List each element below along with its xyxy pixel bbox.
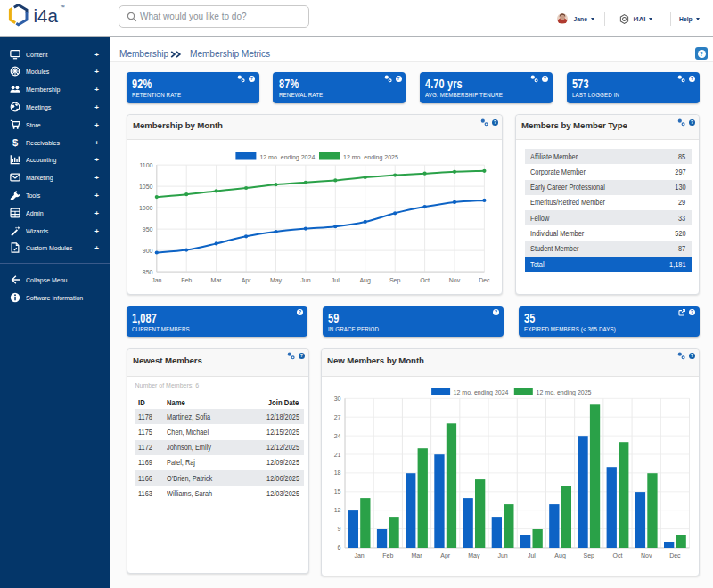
svg-text:1100: 1100	[139, 161, 152, 167]
svg-text:12 mo. ending 2024: 12 mo. ending 2024	[259, 153, 315, 160]
svg-text:™: ™	[61, 4, 66, 10]
svg-text:Mar: Mar	[411, 552, 422, 559]
svg-text:Feb: Feb	[181, 276, 192, 282]
svg-text:Jan: Jan	[152, 276, 161, 282]
svg-text:May: May	[269, 276, 282, 283]
svg-text:Dec: Dec	[479, 276, 490, 282]
svg-text:6: 6	[337, 544, 340, 551]
svg-text:24: 24	[333, 432, 340, 438]
svg-text:Aug: Aug	[554, 552, 566, 559]
svg-text:May: May	[468, 552, 480, 559]
svg-text:Dec: Dec	[669, 552, 681, 559]
svg-text:Jan: Jan	[354, 552, 364, 559]
svg-text:Sep: Sep	[583, 552, 594, 559]
svg-text:i4a: i4a	[34, 5, 59, 26]
svg-text:Aug: Aug	[359, 276, 371, 283]
svg-text:1000: 1000	[138, 204, 152, 210]
svg-text:Nov: Nov	[448, 276, 460, 282]
svg-text:30: 30	[333, 395, 340, 401]
svg-text:Oct: Oct	[612, 552, 622, 559]
svg-text:Oct: Oct	[420, 276, 430, 282]
svg-text:27: 27	[333, 413, 340, 420]
svg-text:12 mo. ending 2024: 12 mo. ending 2024	[453, 389, 508, 396]
svg-text:Jun: Jun	[300, 276, 310, 282]
svg-text:12 mo. ending 2025: 12 mo. ending 2025	[343, 153, 398, 160]
svg-text:9: 9	[337, 526, 340, 532]
svg-text:Jun: Jun	[497, 552, 507, 559]
svg-text:Sep: Sep	[389, 276, 400, 283]
svg-text:$: $	[12, 137, 19, 148]
svg-text:Mar: Mar	[210, 276, 222, 282]
svg-text:950: 950	[142, 225, 152, 232]
svg-text:Nov: Nov	[640, 552, 652, 559]
svg-text:18: 18	[333, 470, 340, 476]
svg-text:850: 850	[142, 268, 152, 274]
svg-text:900: 900	[142, 247, 152, 253]
svg-text:21: 21	[333, 451, 340, 457]
svg-text:Jul: Jul	[527, 552, 535, 559]
svg-text:12 mo. ending 2025: 12 mo. ending 2025	[536, 389, 591, 396]
svg-text:Apr: Apr	[241, 276, 251, 283]
svg-text:12: 12	[333, 507, 340, 513]
svg-text:1050: 1050	[138, 183, 152, 189]
svg-text:15: 15	[333, 488, 340, 494]
svg-text:Jul: Jul	[331, 276, 339, 282]
svg-text:Apr: Apr	[440, 552, 451, 559]
svg-text:Feb: Feb	[382, 552, 393, 559]
